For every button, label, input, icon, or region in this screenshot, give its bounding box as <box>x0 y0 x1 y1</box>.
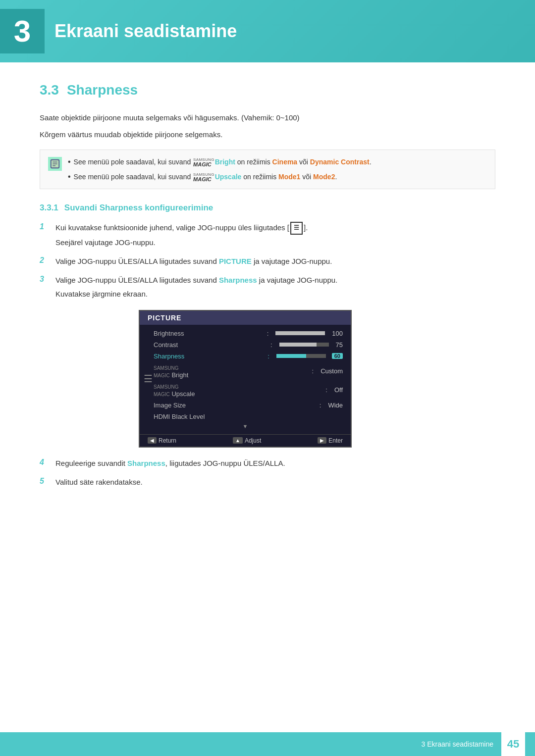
adjust-label: Adjust <box>245 437 261 444</box>
step-num-1: 1 <box>40 222 49 231</box>
enter-icon: ▶ <box>318 437 326 444</box>
step-num-4: 4 <box>40 458 49 467</box>
step-num-3: 3 <box>40 275 49 284</box>
image-size-value: Wide <box>328 402 343 409</box>
menu-header: PICTURE <box>140 311 351 325</box>
step-3-sub: Kuvatakse järgmine ekraan. <box>55 288 337 300</box>
samsung-magic-brand-1: SAMSUNG MAGIC <box>193 158 214 167</box>
note-cinema: Cinema <box>272 158 298 166</box>
chapter-number-block: 3 <box>0 9 45 53</box>
return-icon: ◀ <box>148 437 157 444</box>
hdmi-label: HDMI Black Level <box>154 413 333 420</box>
note-box: • See menüü pole saadaval, kui suvand SA… <box>40 150 495 189</box>
return-label: Return <box>159 437 176 444</box>
steps-list: 1 Kui kuvatakse funktsioonide juhend, va… <box>40 222 495 488</box>
step-3: 3 Valige JOG-nuppu ÜLES/ALLA liigutades … <box>40 274 495 300</box>
monitor-screenshot: ☰ PICTURE Brightness : 100 Contrast <box>139 310 352 448</box>
body-text-2: Kõrgem väärtus muudab objektide piirjoon… <box>40 129 495 141</box>
note-1-word: Bright <box>215 158 235 166</box>
footer-page-number: 45 <box>501 732 525 756</box>
magic-upscale-label: SAMSUNGMAGIC Upscale <box>154 383 319 398</box>
contrast-value: 75 <box>336 341 343 349</box>
image-size-label: Image Size <box>154 402 313 409</box>
scroll-indicator: ▼ <box>140 422 351 431</box>
bullet-2: • <box>68 171 71 183</box>
note-line-2: • See menüü pole saadaval, kui suvand SA… <box>68 171 372 183</box>
sharpness-bar <box>276 354 326 358</box>
section-number: 3.3 <box>40 82 59 98</box>
footer-enter: ▶ Enter <box>318 437 343 444</box>
contrast-bar <box>279 343 329 347</box>
step-2-highlight: PICTURE <box>219 257 252 265</box>
subsection-title: Suvandi Sharpness konfigureerimine <box>64 203 213 213</box>
note-text-1: See menüü pole saadaval, kui suvand SAMS… <box>74 157 372 167</box>
note-2-word: Upscale <box>215 173 242 181</box>
menu-row-magic-bright: SAMSUNGMAGIC Bright : Custom <box>140 362 351 381</box>
chapter-header: 3 Ekraani seadistamine <box>0 0 535 62</box>
magic-bright-label: SAMSUNGMAGIC Bright <box>154 364 305 379</box>
step-1-text: Kui kuvatakse funktsioonide juhend, vali… <box>55 223 308 232</box>
menu-row-brightness: Brightness : 100 <box>140 328 351 339</box>
monitor-screen: ☰ PICTURE Brightness : 100 Contrast <box>139 310 352 448</box>
footer-chapter-label: 3 Ekraani seadistamine <box>421 740 493 748</box>
samsung-magic-brand-2: SAMSUNG MAGIC <box>193 173 214 182</box>
step-num-5: 5 <box>40 477 49 486</box>
note-mode1: Mode1 <box>278 173 300 181</box>
section-heading: 3.3 Sharpness <box>40 82 495 98</box>
step-2: 2 Valige JOG-nuppu ÜLES/ALLA liigutades … <box>40 255 495 267</box>
contrast-label: Contrast <box>154 341 264 349</box>
menu-row-sharpness: Sharpness : 60 <box>140 351 351 362</box>
note-dynamic-contrast: Dynamic Contrast <box>310 158 370 166</box>
menu-row-image-size: Image Size : Wide <box>140 400 351 411</box>
brightness-bar <box>275 331 325 335</box>
brightness-value: 100 <box>332 330 343 337</box>
note-mode2: Mode2 <box>313 173 335 181</box>
note-icon <box>48 157 62 171</box>
bullet-1: • <box>68 156 71 168</box>
step-content-5: Valitud säte rakendatakse. <box>55 476 143 488</box>
menu-row-magic-upscale: SAMSUNGMAGIC Upscale : Off <box>140 381 351 400</box>
menu-footer: ◀ Return ▲ Adjust ▶ Enter <box>140 434 351 447</box>
sharpness-value-badge: 60 <box>332 353 343 359</box>
step-content-4: Reguleerige suvandit Sharpness, liigutad… <box>55 457 285 469</box>
step-4-highlight: Sharpness <box>127 459 165 467</box>
menu-body: Brightness : 100 Contrast : <box>140 325 351 434</box>
body-text-1: Saate objektide piirjoone muuta selgemak… <box>40 112 495 124</box>
adjust-icon: ▲ <box>233 437 243 444</box>
enter-label: Enter <box>328 437 343 444</box>
brightness-label: Brightness <box>154 330 260 337</box>
chapter-title: Ekraani seadistamine <box>54 21 237 42</box>
subsection-heading: 3.3.1 Suvandi Sharpness konfigureerimine <box>40 203 495 213</box>
note-text-2: See menüü pole saadaval, kui suvand SAMS… <box>74 172 337 182</box>
note-line-1: • See menüü pole saadaval, kui suvand SA… <box>68 156 372 168</box>
step-content-1: Kui kuvatakse funktsioonide juhend, vali… <box>55 222 308 249</box>
menu-row-contrast: Contrast : 75 <box>140 339 351 351</box>
step-content-2: Valige JOG-nuppu ÜLES/ALLA liigutades su… <box>55 255 332 267</box>
footer-adjust: ▲ Adjust <box>233 437 261 444</box>
step-3-highlight: Sharpness <box>219 276 257 284</box>
note-lines: • See menüü pole saadaval, kui suvand SA… <box>68 156 372 183</box>
chapter-number: 3 <box>14 16 31 47</box>
step-5: 5 Valitud säte rakendatakse. <box>40 476 495 488</box>
step-1-sub: Seejärel vajutage JOG-nuppu. <box>55 237 308 249</box>
step-1: 1 Kui kuvatakse funktsioonide juhend, va… <box>40 222 495 249</box>
step-num-2: 2 <box>40 256 49 265</box>
page-footer: 3 Ekraani seadistamine 45 <box>0 732 535 756</box>
section-title: Sharpness <box>67 82 138 98</box>
magic-bright-value: Custom <box>321 367 343 375</box>
sharpness-label: Sharpness <box>154 353 261 360</box>
step-4: 4 Reguleerige suvandit Sharpness, liigut… <box>40 457 495 469</box>
menu-row-hdmi: HDMI Black Level <box>140 411 351 422</box>
jog-side-icon: ☰ <box>144 373 153 385</box>
subsection-number: 3.3.1 <box>40 203 58 213</box>
main-content: 3.3 Sharpness Saate objektide piirjoone … <box>0 62 535 547</box>
jog-icon-1: ☰ <box>290 222 303 234</box>
magic-upscale-value: Off <box>334 386 343 394</box>
footer-return: ◀ Return <box>148 437 176 444</box>
step-content-3: Valige JOG-nuppu ÜLES/ALLA liigutades su… <box>55 274 337 300</box>
